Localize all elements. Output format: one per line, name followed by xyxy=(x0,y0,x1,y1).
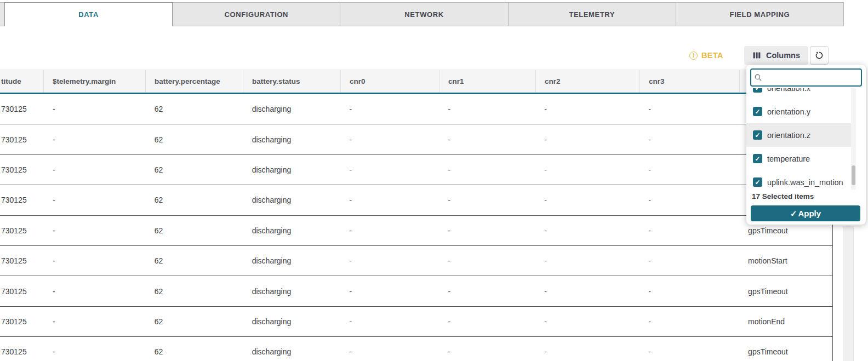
table-row[interactable]: 730125-62discharging----gpsTimeout xyxy=(0,216,833,246)
column-option-temperature[interactable]: ✓temperature xyxy=(746,147,851,170)
column-option-orientation-y[interactable]: ✓orientation.y xyxy=(746,100,851,123)
tab-data[interactable]: DATA xyxy=(4,2,173,26)
table-cell: - xyxy=(535,246,639,276)
table-cell: 62 xyxy=(146,185,243,215)
table-cell: - xyxy=(439,155,535,185)
column-option-orientation-z[interactable]: ✓orientation.z xyxy=(746,123,851,147)
table-cell: discharging xyxy=(243,246,341,276)
table-cell: 730125 xyxy=(0,124,44,154)
tab-field-mapping[interactable]: FIELD MAPPING xyxy=(676,2,844,26)
column-list: ✓orientation.x✓orientation.y✓orientation… xyxy=(746,88,851,190)
column-header[interactable]: cnr1 xyxy=(439,70,536,93)
table-cell: 730125 xyxy=(0,307,44,336)
data-table: titude$telemetry.marginbattery.percentag… xyxy=(0,70,833,361)
column-header[interactable]: cnr0 xyxy=(341,70,439,93)
vertical-scrollbar[interactable] xyxy=(843,226,854,361)
apply-button[interactable]: ✓ Apply xyxy=(751,205,860,221)
table-cell: - xyxy=(535,216,639,245)
column-header[interactable]: titude xyxy=(0,70,44,93)
search-icon xyxy=(754,73,763,82)
column-option-orientation-x[interactable]: ✓orientation.x xyxy=(746,88,851,100)
column-header[interactable]: cnr2 xyxy=(536,70,640,93)
tab-configuration[interactable]: CONFIGURATION xyxy=(173,2,340,26)
table-cell: 730125 xyxy=(0,337,44,361)
table-cell: 62 xyxy=(146,337,243,361)
table-cell: - xyxy=(341,307,439,336)
info-icon: i xyxy=(689,51,698,60)
table-cell: - xyxy=(535,185,639,215)
column-header[interactable]: battery.status xyxy=(243,70,341,93)
checkbox-checked-icon[interactable]: ✓ xyxy=(753,107,762,116)
table-row[interactable]: 730125-62discharging----motionStart xyxy=(0,246,833,276)
reset-icon xyxy=(814,50,824,60)
table-row[interactable]: 730125-62discharging----motionStart xyxy=(0,124,833,154)
table-cell: - xyxy=(439,246,535,276)
table-cell: - xyxy=(341,94,439,124)
table-row[interactable]: 730125-62discharging----gpsTimeout xyxy=(0,94,833,124)
checkbox-checked-icon[interactable]: ✓ xyxy=(753,177,762,187)
table-cell: - xyxy=(44,94,146,124)
table-cell: - xyxy=(341,124,439,154)
tab-bar: DATA CONFIGURATION NETWORK TELEMETRY FIE… xyxy=(0,2,844,26)
table-cell: - xyxy=(639,124,739,154)
table-cell: - xyxy=(44,307,146,336)
tab-telemetry[interactable]: TELEMETRY xyxy=(509,2,676,26)
table-cell: - xyxy=(639,276,739,306)
column-option-uplink-was-in-motion[interactable]: ✓uplink.was_in_motion xyxy=(746,170,851,190)
table-row[interactable]: 730125-62discharging----gpsTimeout xyxy=(0,337,833,361)
table-cell: discharging xyxy=(243,276,341,306)
beta-badge: i BETA xyxy=(689,50,723,60)
table-cell: 62 xyxy=(146,216,243,245)
table-row[interactable]: 730125-62discharging----gpsTimeout xyxy=(0,185,833,215)
column-header[interactable]: battery.percentage xyxy=(146,70,243,93)
table-cell: - xyxy=(535,276,639,306)
table-cell: 62 xyxy=(146,276,243,306)
table-cell: - xyxy=(639,94,739,124)
checkbox-checked-icon[interactable]: ✓ xyxy=(753,130,762,140)
table-cell: - xyxy=(639,155,739,185)
column-list-scrollbar-thumb[interactable] xyxy=(852,165,855,185)
selected-items-summary: 17 Selected items xyxy=(752,192,814,200)
table-cell: - xyxy=(341,276,439,306)
table-cell: - xyxy=(44,216,146,245)
table-row[interactable]: 730125-62discharging----motionEnd xyxy=(0,307,833,337)
apply-button-label: Apply xyxy=(798,209,821,218)
table-cell: - xyxy=(341,185,439,215)
table-cell: - xyxy=(341,216,439,245)
columns-button[interactable]: Columns xyxy=(744,46,808,65)
table-cell: - xyxy=(44,276,146,306)
column-search-box xyxy=(750,68,862,87)
table-cell: - xyxy=(535,94,639,124)
table-row[interactable]: 730125-62discharging----gpsTimeout xyxy=(0,155,833,185)
checkbox-checked-icon[interactable]: ✓ xyxy=(753,154,762,163)
columns-panel: ✓orientation.x✓orientation.y✓orientation… xyxy=(746,65,866,225)
table-cell: - xyxy=(439,337,535,361)
column-search-input[interactable] xyxy=(763,73,861,83)
table-cell: - xyxy=(341,246,439,276)
table-cell: 730125 xyxy=(0,185,44,215)
checkbox-checked-icon[interactable]: ✓ xyxy=(753,88,762,93)
table-row[interactable]: 730125-62discharging----gpsTimeout xyxy=(0,276,833,306)
tab-network[interactable]: NETWORK xyxy=(340,2,508,26)
table-cell: discharging xyxy=(243,216,341,245)
table-cell: discharging xyxy=(243,185,341,215)
table-cell: motionStart xyxy=(739,246,832,276)
column-option-label: temperature xyxy=(767,154,810,163)
beta-label: BETA xyxy=(701,51,723,60)
column-header[interactable]: cnr3 xyxy=(640,70,740,93)
table-cell: - xyxy=(439,276,535,306)
table-cell: discharging xyxy=(243,307,341,336)
table-cell: 62 xyxy=(146,307,243,336)
table-cell: - xyxy=(639,337,739,361)
table-cell: 730125 xyxy=(0,94,44,124)
table-cell: - xyxy=(439,185,535,215)
column-header[interactable]: $telemetry.margin xyxy=(44,70,146,93)
table-cell: - xyxy=(44,337,146,361)
reset-columns-button[interactable] xyxy=(810,46,829,65)
column-option-label: orientation.x xyxy=(767,88,810,93)
table-cell: - xyxy=(535,124,639,154)
tab-strip-stub xyxy=(0,2,4,26)
table-cell: 730125 xyxy=(0,216,44,245)
table-cell: - xyxy=(341,155,439,185)
columns-icon xyxy=(752,51,761,60)
